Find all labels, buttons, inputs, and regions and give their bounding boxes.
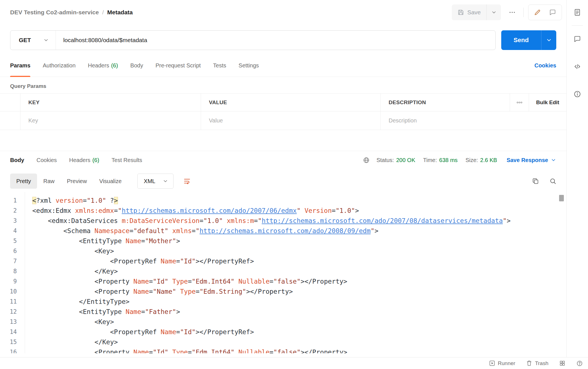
line-number: 15 bbox=[0, 337, 17, 347]
edit-request-button[interactable] bbox=[531, 6, 544, 19]
code-line: 4 <Schema Namespace="default" xmlns="htt… bbox=[0, 226, 566, 236]
tab-settings[interactable]: Settings bbox=[239, 54, 259, 77]
line-number: 4 bbox=[0, 226, 17, 236]
format-label: XML bbox=[144, 178, 155, 184]
comments-sidebar-button[interactable] bbox=[571, 32, 584, 46]
method-label: GET bbox=[19, 37, 31, 44]
documentation-button[interactable] bbox=[571, 6, 584, 19]
tab-body-label: Body bbox=[130, 62, 143, 69]
more-options-button[interactable] bbox=[505, 6, 519, 19]
code-lines: 1<?xml version="1.0" ?>2<edmx:Edmx xmlns… bbox=[0, 195, 566, 353]
copy-response-button[interactable] bbox=[529, 175, 542, 187]
code-icon bbox=[573, 63, 581, 70]
document-icon bbox=[573, 8, 581, 16]
response-body-editor[interactable]: 1<?xml version="1.0" ?>2<edmx:Edmx xmlns… bbox=[0, 192, 566, 353]
tab-body[interactable]: Body bbox=[130, 54, 143, 77]
status-value: 200 OK bbox=[396, 157, 415, 163]
url-control: GET bbox=[10, 30, 496, 50]
line-number: 8 bbox=[0, 266, 17, 276]
view-raw-button[interactable]: Raw bbox=[37, 174, 61, 189]
runner-button[interactable]: Runner bbox=[489, 360, 515, 366]
code-snippet-button[interactable] bbox=[571, 60, 584, 73]
param-key-input[interactable] bbox=[28, 117, 201, 124]
tab-headers[interactable]: Headers(6) bbox=[88, 54, 118, 77]
response-tab-headers[interactable]: Headers(6) bbox=[69, 157, 99, 163]
runner-label: Runner bbox=[498, 360, 515, 366]
param-value-input[interactable] bbox=[209, 117, 380, 124]
save-button[interactable]: Save bbox=[452, 4, 486, 20]
postman-app: DEV Testing Co2-admin-service / Metadata… bbox=[0, 0, 588, 369]
breadcrumb-collection[interactable]: DEV Testing Co2-admin-service bbox=[10, 9, 99, 16]
code-line: 7 <PropertyRef Name="Id"></PropertyRef> bbox=[0, 256, 566, 266]
method-select[interactable]: GET bbox=[10, 31, 56, 50]
response-meta: Status: 200 OK Time: 638 ms Size: 2.6 KB bbox=[363, 157, 556, 164]
network-globe-icon[interactable] bbox=[363, 157, 370, 164]
param-description-cell bbox=[380, 111, 566, 130]
code-line: 3 <edmx:DataServices m:DataServiceVersio… bbox=[0, 216, 566, 226]
gutter-divider bbox=[25, 192, 25, 353]
wrap-lines-button[interactable] bbox=[180, 174, 194, 188]
search-icon bbox=[549, 177, 557, 185]
status-bar-actions: Runner Trash bbox=[489, 360, 583, 367]
response-tab-body[interactable]: Body bbox=[10, 157, 24, 163]
response-view-controls: Pretty Raw Preview Visualize XML bbox=[0, 169, 566, 192]
line-number: 5 bbox=[0, 236, 17, 246]
tab-authorization[interactable]: Authorization bbox=[43, 54, 76, 77]
save-response-button[interactable]: Save Response bbox=[507, 157, 556, 163]
url-input[interactable] bbox=[63, 37, 488, 44]
params-row-checkbox-area bbox=[0, 111, 20, 130]
info-button[interactable] bbox=[571, 87, 584, 101]
params-more-button[interactable] bbox=[510, 94, 529, 111]
cookies-link[interactable]: Cookies bbox=[534, 62, 556, 69]
response-tab-cookies[interactable]: Cookies bbox=[37, 157, 57, 163]
send-button[interactable]: Send bbox=[501, 30, 541, 50]
line-number: 11 bbox=[0, 297, 17, 307]
size-badge: Size: 2.6 KB bbox=[466, 157, 497, 163]
save-options-button[interactable] bbox=[486, 4, 501, 20]
line-number: 16 bbox=[0, 347, 17, 353]
param-value-cell bbox=[201, 111, 380, 130]
send-button-group: Send bbox=[501, 30, 556, 50]
bulk-edit-button[interactable]: Bulk Edit bbox=[529, 94, 566, 111]
tab-settings-label: Settings bbox=[239, 62, 259, 69]
save-button-label: Save bbox=[467, 9, 481, 16]
tab-params[interactable]: Params bbox=[10, 54, 30, 77]
param-description-input[interactable] bbox=[389, 117, 566, 124]
tab-tests[interactable]: Tests bbox=[213, 54, 226, 77]
status-bar: Runner Trash bbox=[0, 357, 588, 369]
search-response-button[interactable] bbox=[547, 175, 559, 187]
header-actions: Save bbox=[452, 4, 562, 20]
chevron-down-icon bbox=[491, 10, 497, 15]
edit-comment-group bbox=[528, 4, 562, 20]
view-preview-button[interactable]: Preview bbox=[61, 174, 93, 189]
body-row: DEV Testing Co2-admin-service / Metadata… bbox=[0, 0, 588, 357]
panel-layout-button[interactable] bbox=[559, 360, 566, 366]
tab-pre-request-script[interactable]: Pre-request Script bbox=[156, 54, 201, 77]
response-tab-headers-label: Headers bbox=[69, 157, 90, 163]
save-icon bbox=[457, 9, 464, 16]
view-pretty-button[interactable]: Pretty bbox=[10, 174, 37, 189]
chevron-down-icon bbox=[163, 178, 168, 184]
code-line: 9 <Property Name="Id" Type="Edm.Int64" N… bbox=[0, 276, 566, 286]
response-tab-test-results[interactable]: Test Results bbox=[111, 157, 142, 163]
status-badge: Status: 200 OK bbox=[377, 157, 415, 163]
headers-count-badge: (6) bbox=[111, 62, 118, 69]
sidebar-divider bbox=[572, 25, 583, 26]
view-visualize-button[interactable]: Visualize bbox=[93, 174, 128, 189]
time-label: Time: bbox=[423, 157, 437, 163]
comment-bubble-icon bbox=[549, 9, 556, 16]
trash-icon bbox=[526, 360, 532, 366]
help-button[interactable] bbox=[576, 360, 583, 367]
format-select[interactable]: XML bbox=[137, 174, 174, 189]
trash-button[interactable]: Trash bbox=[526, 360, 548, 366]
info-icon bbox=[573, 90, 581, 98]
scrollbar-thumb[interactable] bbox=[559, 195, 564, 201]
status-label: Status: bbox=[377, 157, 394, 163]
line-number: 7 bbox=[0, 256, 17, 266]
code-line: 14 <PropertyRef Name="Id"></PropertyRef> bbox=[0, 327, 566, 337]
chevron-down-icon bbox=[43, 37, 49, 43]
send-options-button[interactable] bbox=[541, 30, 556, 50]
save-button-group: Save bbox=[452, 4, 501, 20]
line-number: 2 bbox=[0, 206, 17, 216]
comments-button[interactable] bbox=[546, 6, 559, 19]
